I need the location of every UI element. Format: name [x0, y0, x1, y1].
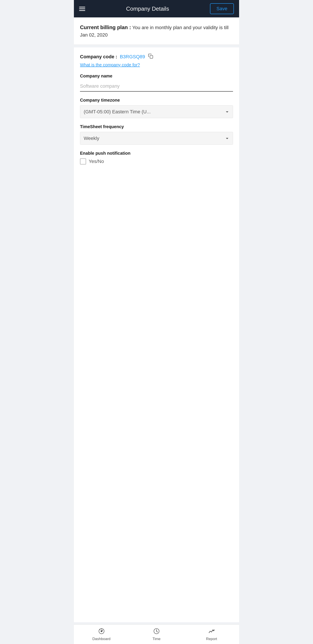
- company-code-value: B3RGSQ89: [120, 54, 145, 60]
- company-code-label: Company code :: [80, 54, 117, 60]
- push-notification-checkbox-label: Yes/No: [89, 158, 104, 164]
- report-icon: [208, 628, 215, 636]
- svg-rect-0: [150, 56, 153, 58]
- company-name-input[interactable]: [80, 81, 233, 92]
- company-name-group: Company name: [80, 74, 233, 92]
- timesheet-frequency-label: TimeSheet frequency: [80, 124, 233, 129]
- copy-icon[interactable]: [148, 54, 153, 60]
- push-notification-checkbox-row: Yes/No: [80, 158, 233, 164]
- timesheet-frequency-select[interactable]: Weekly Bi-Weekly Monthly: [80, 132, 233, 145]
- nav-item-dashboard[interactable]: Dashboard: [74, 625, 129, 644]
- push-notification-group: Enable push notification Yes/No: [80, 151, 233, 164]
- company-code-link[interactable]: What is the company code for?: [80, 62, 233, 68]
- app-header: Company Details Save: [74, 0, 239, 18]
- menu-button[interactable]: [79, 7, 85, 11]
- billing-label: Current billing plan :: [80, 24, 131, 30]
- save-button[interactable]: Save: [210, 3, 234, 14]
- svg-line-8: [156, 631, 158, 632]
- form-card: Company code : B3RGSQ89 What is the comp…: [74, 48, 239, 622]
- time-nav-label: Time: [152, 637, 160, 641]
- company-timezone-label: Company timezone: [80, 98, 233, 103]
- page-title: Company Details: [85, 6, 210, 12]
- push-notification-checkbox[interactable]: [80, 158, 86, 164]
- company-timezone-select[interactable]: (GMT-05:00) Eastern Time (U... (GMT-06:0…: [80, 105, 233, 118]
- main-content: Current billing plan : You are in monthl…: [74, 18, 239, 644]
- dashboard-nav-label: Dashboard: [92, 637, 110, 641]
- company-name-label: Company name: [80, 74, 233, 78]
- timesheet-frequency-group: TimeSheet frequency Weekly Bi-Weekly Mon…: [80, 124, 233, 145]
- dashboard-icon: [98, 628, 105, 636]
- bottom-nav: Dashboard Time Report: [74, 624, 239, 644]
- billing-text: Current billing plan : You are in monthl…: [80, 24, 233, 38]
- nav-item-time[interactable]: Time: [129, 625, 184, 644]
- billing-card: Current billing plan : You are in monthl…: [74, 18, 239, 45]
- company-code-row: Company code : B3RGSQ89: [80, 54, 233, 60]
- report-nav-label: Report: [206, 637, 217, 641]
- svg-line-4: [100, 629, 100, 630]
- nav-item-report[interactable]: Report: [184, 625, 239, 644]
- push-notification-label: Enable push notification: [80, 151, 233, 156]
- time-icon: [153, 628, 160, 636]
- company-timezone-group: Company timezone (GMT-05:00) Eastern Tim…: [80, 98, 233, 118]
